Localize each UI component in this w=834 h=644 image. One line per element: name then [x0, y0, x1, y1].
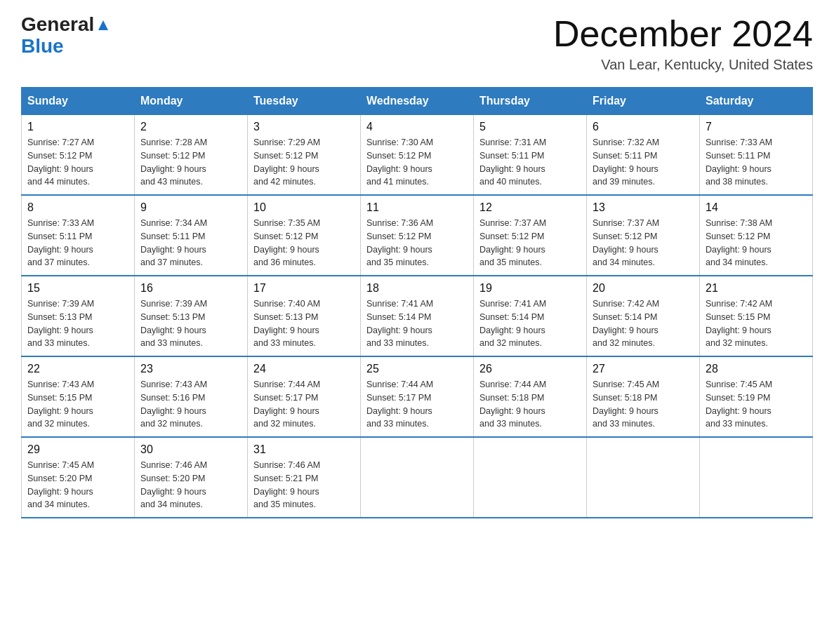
calendar-cell: 2Sunrise: 7:28 AMSunset: 5:12 PMDaylight… — [135, 115, 248, 196]
calendar-cell: 14Sunrise: 7:38 AMSunset: 5:12 PMDayligh… — [700, 195, 813, 276]
calendar-cell: 22Sunrise: 7:43 AMSunset: 5:15 PMDayligh… — [22, 356, 135, 437]
day-info: Sunrise: 7:46 AMSunset: 5:20 PMDaylight:… — [140, 459, 241, 511]
day-of-week-header: Wednesday — [361, 88, 474, 115]
day-info: Sunrise: 7:38 AMSunset: 5:12 PMDaylight:… — [706, 217, 807, 269]
day-info: Sunrise: 7:27 AMSunset: 5:12 PMDaylight:… — [27, 136, 128, 189]
day-number: 24 — [253, 363, 355, 375]
day-number: 4 — [366, 121, 468, 133]
logo: General Blue — [21, 14, 111, 58]
day-number: 3 — [253, 121, 355, 133]
day-of-week-header: Saturday — [700, 88, 813, 115]
day-of-week-header: Tuesday — [248, 88, 361, 115]
calendar-cell: 29Sunrise: 7:45 AMSunset: 5:20 PMDayligh… — [22, 437, 135, 518]
day-number: 17 — [253, 282, 355, 295]
calendar-cell: 30Sunrise: 7:46 AMSunset: 5:20 PMDayligh… — [135, 437, 248, 518]
calendar-cell — [474, 437, 587, 518]
day-number: 18 — [366, 282, 468, 295]
calendar-cell: 5Sunrise: 7:31 AMSunset: 5:11 PMDaylight… — [474, 115, 587, 196]
day-info: Sunrise: 7:34 AMSunset: 5:11 PMDaylight:… — [140, 217, 241, 269]
logo-blue-text: Blue — [21, 35, 64, 57]
day-info: Sunrise: 7:40 AMSunset: 5:13 PMDaylight:… — [253, 297, 355, 350]
day-number: 13 — [593, 201, 694, 214]
calendar-cell: 1Sunrise: 7:27 AMSunset: 5:12 PMDaylight… — [22, 115, 135, 196]
day-info: Sunrise: 7:44 AMSunset: 5:18 PMDaylight:… — [479, 378, 581, 431]
day-info: Sunrise: 7:45 AMSunset: 5:19 PMDaylight:… — [706, 378, 807, 431]
day-info: Sunrise: 7:41 AMSunset: 5:14 PMDaylight:… — [366, 297, 468, 350]
day-info: Sunrise: 7:33 AMSunset: 5:11 PMDaylight:… — [27, 217, 128, 269]
calendar-cell: 18Sunrise: 7:41 AMSunset: 5:14 PMDayligh… — [361, 276, 474, 356]
day-info: Sunrise: 7:32 AMSunset: 5:11 PMDaylight:… — [593, 136, 694, 189]
title-section: December 2024 Van Lear, Kentucky, United… — [553, 14, 813, 73]
day-info: Sunrise: 7:36 AMSunset: 5:12 PMDaylight:… — [366, 217, 468, 269]
day-number: 6 — [593, 121, 694, 133]
day-info: Sunrise: 7:37 AMSunset: 5:12 PMDaylight:… — [479, 217, 581, 269]
calendar-cell: 24Sunrise: 7:44 AMSunset: 5:17 PMDayligh… — [248, 356, 361, 437]
day-number: 10 — [253, 201, 355, 214]
calendar-cell: 21Sunrise: 7:42 AMSunset: 5:15 PMDayligh… — [700, 276, 813, 356]
day-info: Sunrise: 7:37 AMSunset: 5:12 PMDaylight:… — [593, 217, 694, 269]
svg-marker-0 — [98, 20, 108, 30]
day-number: 20 — [593, 282, 694, 295]
calendar-cell: 17Sunrise: 7:40 AMSunset: 5:13 PMDayligh… — [248, 276, 361, 356]
day-number: 21 — [706, 282, 807, 295]
day-number: 31 — [253, 443, 355, 456]
location-subtitle: Van Lear, Kentucky, United States — [553, 57, 813, 73]
calendar-cell: 16Sunrise: 7:39 AMSunset: 5:13 PMDayligh… — [135, 276, 248, 356]
day-info: Sunrise: 7:28 AMSunset: 5:12 PMDaylight:… — [140, 136, 241, 189]
day-number: 5 — [479, 121, 581, 133]
day-number: 25 — [366, 363, 468, 375]
calendar-cell: 9Sunrise: 7:34 AMSunset: 5:11 PMDaylight… — [135, 195, 248, 276]
day-info: Sunrise: 7:43 AMSunset: 5:16 PMDaylight:… — [140, 378, 241, 431]
calendar-cell — [361, 437, 474, 518]
day-of-week-header: Monday — [135, 88, 248, 115]
day-info: Sunrise: 7:42 AMSunset: 5:15 PMDaylight:… — [706, 297, 807, 350]
logo-triangle-icon — [95, 18, 111, 33]
calendar-cell: 10Sunrise: 7:35 AMSunset: 5:12 PMDayligh… — [248, 195, 361, 276]
day-number: 23 — [140, 363, 241, 375]
calendar-cell: 4Sunrise: 7:30 AMSunset: 5:12 PMDaylight… — [361, 115, 474, 196]
day-of-week-header: Sunday — [22, 88, 135, 115]
day-info: Sunrise: 7:41 AMSunset: 5:14 PMDaylight:… — [479, 297, 581, 350]
calendar-cell: 20Sunrise: 7:42 AMSunset: 5:14 PMDayligh… — [587, 276, 700, 356]
calendar-cell: 12Sunrise: 7:37 AMSunset: 5:12 PMDayligh… — [474, 195, 587, 276]
logo-general-text: General — [21, 14, 94, 36]
calendar-cell — [587, 437, 700, 518]
calendar-cell: 3Sunrise: 7:29 AMSunset: 5:12 PMDaylight… — [248, 115, 361, 196]
day-number: 19 — [479, 282, 581, 295]
day-number: 7 — [706, 121, 807, 133]
calendar-cell: 28Sunrise: 7:45 AMSunset: 5:19 PMDayligh… — [700, 356, 813, 437]
calendar-cell: 7Sunrise: 7:33 AMSunset: 5:11 PMDaylight… — [700, 115, 813, 196]
calendar-cell: 8Sunrise: 7:33 AMSunset: 5:11 PMDaylight… — [22, 195, 135, 276]
day-number: 14 — [706, 201, 807, 214]
calendar-table: SundayMondayTuesdayWednesdayThursdayFrid… — [21, 87, 813, 518]
day-of-week-header: Thursday — [474, 88, 587, 115]
page-header: General Blue December 2024 Van Lear, Ken… — [21, 14, 813, 73]
calendar-cell: 27Sunrise: 7:45 AMSunset: 5:18 PMDayligh… — [587, 356, 700, 437]
calendar-cell: 6Sunrise: 7:32 AMSunset: 5:11 PMDaylight… — [587, 115, 700, 196]
calendar-cell: 19Sunrise: 7:41 AMSunset: 5:14 PMDayligh… — [474, 276, 587, 356]
day-info: Sunrise: 7:44 AMSunset: 5:17 PMDaylight:… — [366, 378, 468, 431]
calendar-cell: 23Sunrise: 7:43 AMSunset: 5:16 PMDayligh… — [135, 356, 248, 437]
day-info: Sunrise: 7:43 AMSunset: 5:15 PMDaylight:… — [27, 378, 128, 431]
day-info: Sunrise: 7:33 AMSunset: 5:11 PMDaylight:… — [706, 136, 807, 189]
day-number: 16 — [140, 282, 241, 295]
day-info: Sunrise: 7:39 AMSunset: 5:13 PMDaylight:… — [27, 297, 128, 350]
day-number: 30 — [140, 443, 241, 456]
day-info: Sunrise: 7:39 AMSunset: 5:13 PMDaylight:… — [140, 297, 241, 350]
day-number: 22 — [27, 363, 128, 375]
day-number: 12 — [479, 201, 581, 214]
calendar-cell: 31Sunrise: 7:46 AMSunset: 5:21 PMDayligh… — [248, 437, 361, 518]
day-number: 27 — [593, 363, 694, 375]
day-number: 15 — [27, 282, 128, 295]
day-number: 8 — [27, 201, 128, 214]
day-info: Sunrise: 7:45 AMSunset: 5:18 PMDaylight:… — [593, 378, 694, 431]
calendar-cell: 26Sunrise: 7:44 AMSunset: 5:18 PMDayligh… — [474, 356, 587, 437]
day-info: Sunrise: 7:31 AMSunset: 5:11 PMDaylight:… — [479, 136, 581, 189]
calendar-cell: 15Sunrise: 7:39 AMSunset: 5:13 PMDayligh… — [22, 276, 135, 356]
day-info: Sunrise: 7:46 AMSunset: 5:21 PMDaylight:… — [253, 459, 355, 511]
day-info: Sunrise: 7:35 AMSunset: 5:12 PMDaylight:… — [253, 217, 355, 269]
calendar-cell — [700, 437, 813, 518]
day-number: 9 — [140, 201, 241, 214]
day-number: 2 — [140, 121, 241, 133]
month-year-title: December 2024 — [553, 14, 813, 54]
